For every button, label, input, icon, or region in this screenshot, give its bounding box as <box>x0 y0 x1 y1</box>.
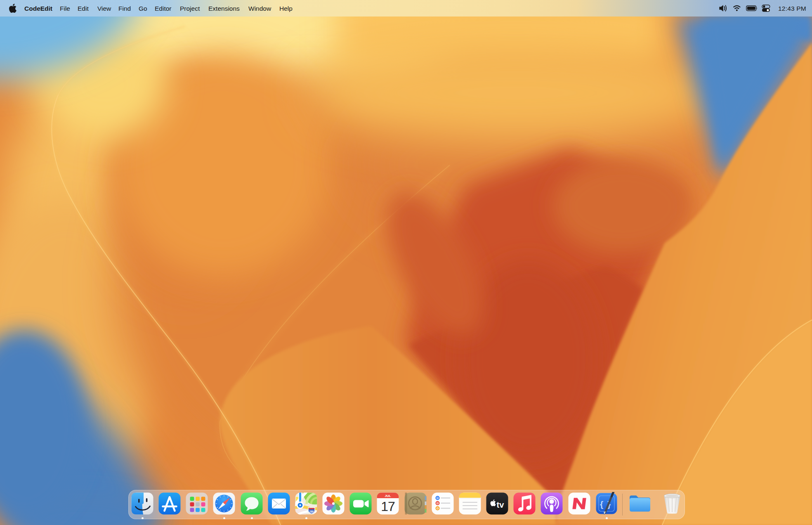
svg-text:JUL: JUL <box>385 494 391 498</box>
svg-text:tv: tv <box>497 500 505 509</box>
svg-text:280: 280 <box>309 510 314 513</box>
svg-text:{: { <box>600 499 603 509</box>
svg-text:17: 17 <box>381 499 395 514</box>
